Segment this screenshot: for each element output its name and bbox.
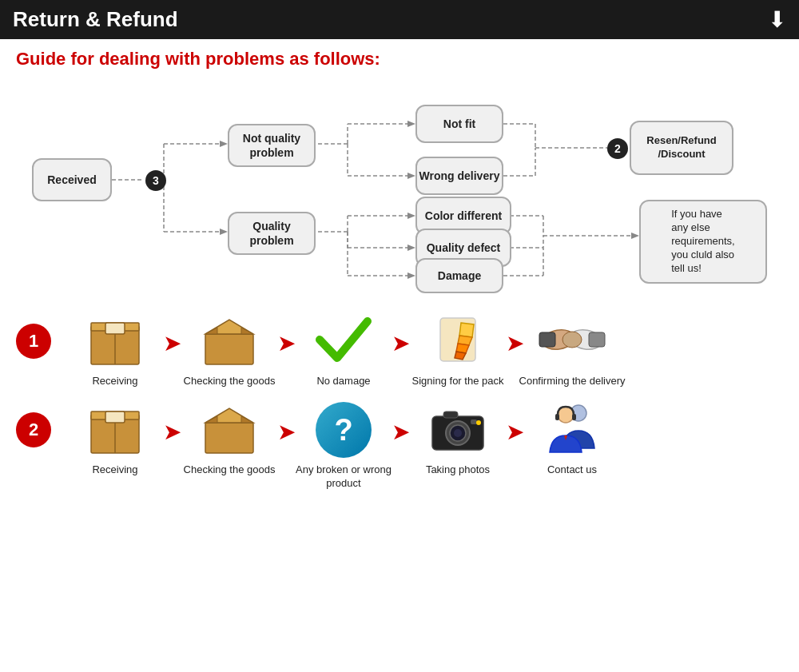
- svg-rect-58: [105, 412, 125, 423]
- svg-rect-73: [572, 414, 576, 420]
- svg-marker-36: [631, 233, 639, 239]
- step2-label-photos: Taking photos: [426, 463, 490, 477]
- pencil-icon: [418, 308, 498, 372]
- step1-label-checking: Checking the goods: [184, 375, 276, 388]
- svg-marker-13: [407, 173, 415, 179]
- step2-item-photos: Taking photos: [402, 396, 514, 477]
- steps-section: 1 Receiving ➤: [0, 300, 799, 491]
- step2-number: 2: [16, 412, 51, 447]
- svg-rect-40: [105, 323, 125, 334]
- step2-item-contact: Contact us: [516, 396, 628, 477]
- handshake-icon: [532, 308, 612, 372]
- box-closed2-icon: [75, 396, 155, 460]
- step2-label-contact: Contact us: [547, 463, 597, 477]
- svg-marker-46: [459, 323, 474, 337]
- step2-flow: Receiving ➤ Checking the goods ➤: [59, 396, 628, 491]
- guide-title: Guide for dealing with problems as follo…: [0, 39, 799, 76]
- received-box: Received: [32, 158, 112, 201]
- person-icon: [532, 396, 612, 460]
- step1-item-checking: Checking the goods: [173, 308, 285, 388]
- flowchart-area: Received 3 Not quality problem Quality p…: [0, 76, 799, 300]
- svg-rect-54: [589, 332, 605, 347]
- resen-refund-box: Resen/Refund /Discount: [630, 121, 733, 175]
- step2-label-checking: Checking the goods: [184, 463, 276, 477]
- svg-point-52: [562, 332, 582, 348]
- header-title: Return & Refund: [13, 7, 178, 32]
- checkmark-icon: [304, 308, 384, 372]
- step1-item-signing: Signing for the pack: [402, 308, 514, 388]
- step1-label-nodamage: No damage: [316, 375, 370, 388]
- step1-item-receiving: Receiving: [59, 308, 171, 388]
- svg-rect-68: [471, 420, 477, 424]
- svg-rect-59: [205, 423, 253, 453]
- step1-label-confirming: Confirming the delivery: [519, 375, 626, 388]
- step1-number: 1: [16, 324, 51, 359]
- box-closed-icon: [75, 308, 155, 372]
- step1-item-nodamage: No damage: [288, 308, 400, 388]
- step2-label-receiving: Receiving: [92, 463, 137, 477]
- svg-marker-44: [241, 328, 253, 334]
- step2-item-checking: Checking the goods: [173, 396, 285, 477]
- svg-marker-23: [407, 272, 415, 279]
- svg-marker-62: [241, 416, 253, 423]
- svg-marker-43: [205, 328, 217, 334]
- wrong-delivery-box: Wrong delivery: [415, 157, 503, 195]
- svg-marker-10: [407, 121, 415, 127]
- svg-marker-17: [407, 213, 415, 219]
- not-quality-box: Not quality problem: [228, 124, 316, 167]
- header-arrow: ⬇: [768, 6, 786, 33]
- question-icon: ?: [304, 396, 384, 460]
- quality-box: Quality problem: [228, 212, 316, 255]
- camera-icon: [418, 396, 498, 460]
- circle2: 2: [607, 138, 628, 159]
- step1-item-confirming: Confirming the delivery: [516, 308, 628, 388]
- svg-rect-53: [539, 332, 555, 347]
- header: Return & Refund ⬇: [0, 0, 799, 39]
- box-open2-icon: [189, 396, 269, 460]
- step2-item-broken: ? Any broken or wrong product: [288, 396, 400, 491]
- box-open-icon: [189, 308, 269, 372]
- svg-marker-3: [220, 141, 228, 147]
- step1-label-signing: Signing for the pack: [412, 375, 504, 388]
- step1-flow: Receiving ➤ Checking the goods ➤: [59, 308, 628, 388]
- step1-label-receiving: Receiving: [92, 375, 137, 388]
- svg-marker-6: [220, 229, 228, 235]
- svg-rect-72: [555, 414, 559, 420]
- step1-row: 1 Receiving ➤: [16, 308, 783, 388]
- damage-box: Damage: [415, 258, 503, 293]
- if-you-have-box: If you have any else requirements, you c…: [639, 200, 767, 284]
- svg-rect-67: [443, 412, 458, 418]
- svg-marker-61: [205, 416, 217, 423]
- not-fit-box: Not fit: [415, 105, 503, 143]
- flowchart-inner: Received 3 Not quality problem Quality p…: [16, 84, 783, 292]
- svg-point-66: [454, 429, 462, 437]
- step2-label-broken: Any broken or wrong product: [288, 463, 400, 491]
- svg-rect-41: [205, 334, 253, 364]
- step2-item-receiving: Receiving: [59, 396, 171, 477]
- svg-point-69: [476, 420, 481, 425]
- svg-marker-20: [407, 245, 415, 251]
- circle3: 3: [145, 170, 166, 191]
- step2-row: 2 Receiving ➤: [16, 396, 783, 491]
